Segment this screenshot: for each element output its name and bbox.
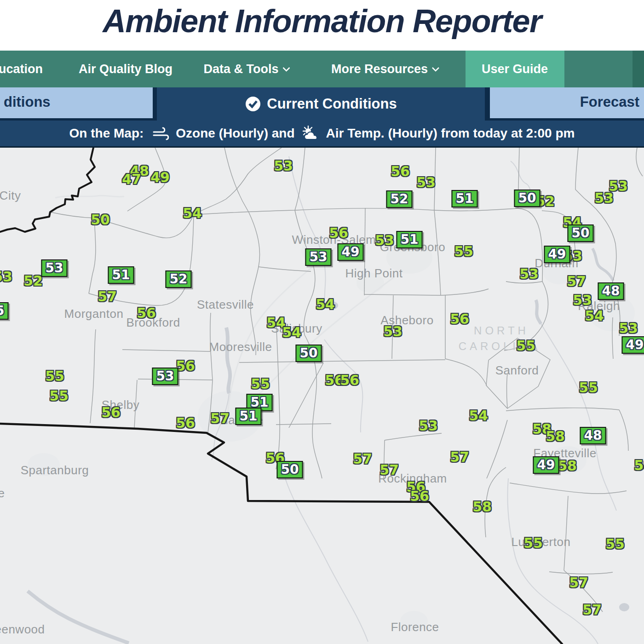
- tab-bar: ditions Current Conditions Forecast: [0, 87, 644, 121]
- ozone-marker[interactable]: 52: [166, 270, 192, 288]
- air-temp-marker[interactable]: 56: [101, 404, 121, 420]
- page-title: Ambient Information Reporter: [0, 3, 644, 40]
- ozone-marker[interactable]: 48: [580, 427, 606, 444]
- tab-current-label: Current Conditions: [267, 96, 397, 112]
- air-temp-marker[interactable]: 55: [49, 388, 69, 404]
- ozone-marker[interactable]: 55: [0, 302, 8, 320]
- nav-item-air-quality-blog[interactable]: Air Quality Blog: [79, 51, 172, 87]
- air-temp-marker[interactable]: 53: [383, 323, 402, 339]
- chevron-down-icon: [282, 67, 291, 72]
- air-temp-marker[interactable]: 53: [619, 320, 638, 336]
- air-temp-marker[interactable]: 55: [516, 338, 535, 354]
- air-temp-marker[interactable]: 56: [450, 311, 469, 327]
- ozone-marker[interactable]: 50: [568, 224, 594, 242]
- ozone-marker[interactable]: 50: [514, 190, 540, 207]
- chevron-down-icon: [431, 67, 440, 72]
- state-label-north: NORTH: [474, 324, 529, 337]
- nav-item-ucation[interactable]: ucation: [0, 51, 43, 87]
- air-temp-marker[interactable]: 53: [519, 266, 539, 282]
- city-label: Sanford: [495, 363, 539, 378]
- air-temp-marker[interactable]: 54: [183, 205, 202, 221]
- air-temp-marker[interactable]: 55: [454, 243, 473, 259]
- air-temp-marker[interactable]: 58: [558, 458, 577, 474]
- nav-item-data-tools[interactable]: Data & Tools: [203, 51, 290, 87]
- nav-item-user-guide[interactable]: User Guide: [482, 51, 548, 87]
- air-temp-marker[interactable]: 57: [582, 602, 602, 618]
- city-label: e: [0, 486, 5, 500]
- air-temp-marker[interactable]: 53: [0, 269, 12, 285]
- ozone-marker[interactable]: 50: [296, 345, 322, 362]
- city-label: eenwood: [0, 622, 45, 637]
- nav-right-segment: [632, 51, 644, 87]
- air-temp-marker[interactable]: 55: [605, 536, 625, 552]
- ozone-marker[interactable]: 49: [544, 246, 570, 263]
- air-temp-marker[interactable]: 54: [469, 408, 488, 424]
- air-temp-marker[interactable]: 56: [391, 163, 410, 179]
- map-bar-prefix: On the Map:: [69, 126, 144, 141]
- city-label: Morganton: [64, 307, 124, 321]
- air-temp-marker[interactable]: 56: [410, 488, 429, 504]
- ozone-marker[interactable]: 53: [152, 368, 178, 385]
- title-bar: Ambient Information Reporter: [0, 0, 644, 51]
- air-temp-marker[interactable]: 57: [450, 449, 469, 465]
- ozone-marker[interactable]: 48: [598, 282, 624, 300]
- map-canvas[interactable]: CityWinston-SalemGreensboroHigh PointDur…: [0, 148, 644, 644]
- wind-icon: [152, 126, 171, 141]
- temp-label: Air Temp. (Hourly) from today at 2:00 pm: [326, 126, 575, 141]
- ozone-marker[interactable]: 51: [452, 190, 478, 207]
- ozone-marker[interactable]: 52: [386, 190, 413, 208]
- main-nav: ucationAir Quality BlogData & ToolsMore …: [0, 51, 644, 87]
- air-temp-marker[interactable]: 57: [353, 451, 372, 467]
- air-temp-marker[interactable]: 56: [176, 415, 195, 431]
- tab-forecast[interactable]: Forecast: [490, 87, 644, 118]
- nav-item-more-resources[interactable]: More Resources: [331, 51, 440, 87]
- ozone-marker[interactable]: 51: [236, 408, 262, 425]
- tab-past-conditions[interactable]: ditions: [0, 87, 153, 118]
- air-temp-marker[interactable]: 56: [340, 372, 359, 388]
- air-temp-marker[interactable]: 53: [375, 232, 394, 248]
- air-temp-marker[interactable]: 55: [579, 380, 598, 396]
- city-label: Spartanburg: [21, 463, 89, 477]
- air-temp-marker[interactable]: 54: [585, 308, 604, 324]
- ozone-marker[interactable]: 49: [533, 456, 559, 474]
- ozone-marker[interactable]: 50: [277, 461, 303, 478]
- air-temp-marker[interactable]: 58: [472, 499, 492, 515]
- ozone-marker[interactable]: 49: [338, 243, 364, 261]
- ozone-marker[interactable]: 49: [622, 336, 644, 354]
- city-label: Statesville: [197, 298, 254, 312]
- air-temp-marker[interactable]: 55: [251, 376, 270, 392]
- air-temp-marker[interactable]: 53: [274, 158, 293, 174]
- air-temp-marker[interactable]: 55: [523, 535, 543, 551]
- air-temp-marker[interactable]: 56: [176, 358, 195, 374]
- air-temp-marker[interactable]: 54: [282, 324, 301, 340]
- map-info-bar: On the Map: Ozone (Hourly) and Air Temp.…: [0, 121, 644, 148]
- air-temp-marker[interactable]: 53: [573, 292, 592, 308]
- air-temp-marker[interactable]: 56: [329, 225, 348, 241]
- air-temp-marker[interactable]: 57: [380, 462, 399, 478]
- air-temp-marker[interactable]: 54: [316, 296, 335, 312]
- air-temp-marker[interactable]: 52: [23, 273, 43, 289]
- city-label: Mooresville: [209, 340, 272, 354]
- sun-cloud-icon: [302, 126, 321, 141]
- city-label: Florence: [391, 620, 439, 634]
- ozone-marker[interactable]: 53: [41, 259, 68, 277]
- ozone-marker[interactable]: 53: [305, 248, 332, 266]
- air-temp-marker[interactable]: 57: [98, 288, 117, 305]
- air-temp-marker[interactable]: 47: [122, 171, 141, 187]
- air-temp-marker[interactable]: 53: [419, 418, 438, 434]
- air-temp-marker[interactable]: 50: [91, 212, 110, 228]
- air-temp-marker[interactable]: 57: [567, 273, 586, 289]
- city-label: City: [0, 189, 21, 203]
- air-temp-marker[interactable]: 56: [137, 305, 156, 321]
- tab-current-conditions[interactable]: Current Conditions: [157, 87, 485, 121]
- ozone-marker[interactable]: 51: [397, 231, 423, 248]
- air-temp-marker[interactable]: 57: [569, 575, 588, 591]
- air-temp-marker[interactable]: 53: [416, 174, 436, 190]
- air-temp-marker[interactable]: 49: [150, 169, 170, 185]
- air-temp-marker[interactable]: 55: [45, 368, 64, 384]
- ozone-marker[interactable]: 51: [108, 266, 134, 284]
- air-temp-marker[interactable]: 58: [546, 428, 565, 444]
- air-temp-marker[interactable]: 53: [594, 190, 614, 206]
- air-temp-marker[interactable]: 58: [634, 457, 644, 473]
- air-temp-marker[interactable]: 57: [210, 410, 230, 426]
